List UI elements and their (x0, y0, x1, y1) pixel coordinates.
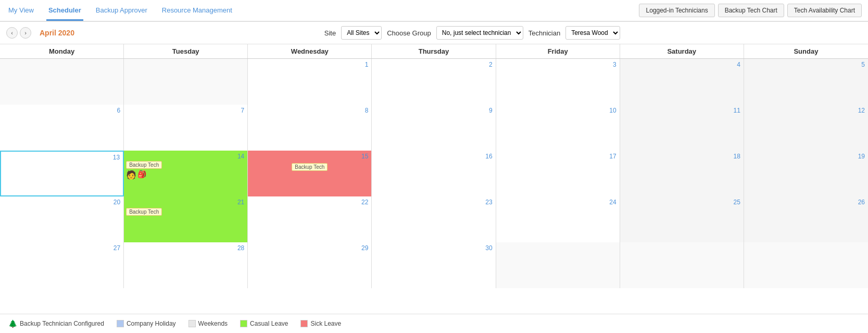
cell-apr-17[interactable]: 17 (496, 151, 620, 196)
col-friday: Friday (496, 44, 620, 58)
month-label: April 2020 (40, 29, 74, 37)
cell-empty-sun[interactable] (744, 242, 868, 288)
legend-company-holiday: Company Holiday (117, 320, 176, 327)
casual-leave-color (240, 320, 247, 327)
month-nav: ‹ › (6, 27, 31, 39)
backup-tag-14: Backup Tech (126, 161, 162, 169)
legend: 🌲 Backup Technician Configured Company H… (0, 314, 868, 333)
week-row-1: 1 2 3 4 5 (0, 59, 868, 105)
cell-apr-18[interactable]: 18 (620, 151, 744, 196)
cell-apr-27[interactable]: 27 (0, 242, 124, 288)
backup-tech-chart-button[interactable]: Backup Tech Chart (718, 4, 784, 17)
cell-apr-14[interactable]: 14 Backup Tech 🧑 🎒 (124, 151, 248, 196)
weekends-color (188, 320, 196, 327)
backup-tag-15: Backup Tech (292, 163, 328, 171)
cell-apr-4[interactable]: 4 (620, 59, 744, 105)
col-wednesday: Wednesday (248, 44, 372, 58)
cell-empty[interactable] (124, 59, 248, 105)
group-label: Choose Group (387, 29, 431, 37)
legend-backup-tech-label: Backup Technician Configured (20, 320, 104, 327)
sick-leave-color (300, 320, 308, 327)
logged-in-technicians-button[interactable]: Logged-in Technicians (639, 4, 714, 17)
legend-sick-leave-label: Sick Leave (310, 320, 341, 327)
next-month-button[interactable]: › (20, 27, 31, 39)
calendar-body: 1 2 3 4 5 6 7 8 9 10 11 12 13 14 Backup … (0, 59, 868, 314)
cell-apr-13[interactable]: 13 (0, 151, 124, 196)
cell-apr-21[interactable]: 21 Backup Tech (124, 196, 248, 242)
prev-month-button[interactable]: ‹ (6, 27, 18, 39)
cell-apr-3[interactable]: 3 (496, 59, 620, 105)
legend-weekends: Weekends (188, 320, 228, 327)
legend-backup-tech: 🌲 Backup Technician Configured (8, 319, 104, 328)
cell-apr-30[interactable]: 30 (372, 242, 496, 288)
cell-apr-20[interactable]: 20 (0, 196, 124, 242)
cell-apr-5[interactable]: 5 (744, 59, 868, 105)
week-row-3: 13 14 Backup Tech 🧑 🎒 15 Backup Tech 16 … (0, 151, 868, 196)
site-label: Site (324, 29, 336, 37)
cell-apr-10[interactable]: 10 (496, 105, 620, 151)
filter-controls: Site All Sites Choose Group No, just sel… (324, 26, 620, 40)
cell-apr-12[interactable]: 12 (744, 105, 868, 151)
cell-apr-7[interactable]: 7 (124, 105, 248, 151)
col-saturday: Saturday (620, 44, 744, 58)
cell-apr-9[interactable]: 9 (372, 105, 496, 151)
bag-icon-14: 🎒 (137, 170, 146, 180)
backup-tech-icon: 🌲 (8, 319, 17, 328)
week-row-4: 20 21 Backup Tech 22 23 24 25 26 (0, 196, 868, 242)
legend-weekends-label: Weekends (198, 320, 228, 327)
col-thursday: Thursday (372, 44, 496, 58)
backup-tag-21: Backup Tech (126, 208, 162, 216)
cell-apr-28[interactable]: 28 (124, 242, 248, 288)
week-row-2: 6 7 8 9 10 11 12 (0, 105, 868, 151)
cell-apr-11[interactable]: 11 (620, 105, 744, 151)
top-right-buttons: Logged-in Technicians Backup Tech Chart … (639, 4, 862, 17)
company-holiday-color (117, 320, 124, 327)
site-select[interactable]: All Sites (341, 26, 382, 40)
cell-apr-22[interactable]: 22 (248, 196, 372, 242)
sub-header: ‹ › April 2020 Site All Sites Choose Gro… (0, 22, 868, 44)
cell-apr-25[interactable]: 25 (620, 196, 744, 242)
technician-label: Technician (529, 29, 560, 37)
cell-apr-24[interactable]: 24 (496, 196, 620, 242)
cell-apr-8[interactable]: 8 (248, 105, 372, 151)
top-nav: My View Scheduler Backup Approver Resour… (0, 0, 868, 22)
legend-casual-leave-label: Casual Leave (250, 320, 288, 327)
cell-empty-end[interactable] (496, 242, 620, 288)
technician-select[interactable]: Teresa Wood (565, 26, 620, 40)
legend-company-holiday-label: Company Holiday (127, 320, 176, 327)
col-sunday: Sunday (744, 44, 868, 58)
cell-apr-16[interactable]: 16 (372, 151, 496, 196)
cell-apr-1[interactable]: 1 (248, 59, 372, 105)
legend-casual-leave: Casual Leave (240, 320, 288, 327)
group-select[interactable]: No, just select technician (436, 26, 523, 40)
tab-scheduler[interactable]: Scheduler (46, 1, 83, 21)
tab-myview[interactable]: My View (6, 1, 36, 21)
week-row-5: 27 28 29 30 (0, 242, 868, 288)
calendar-header: Monday Tuesday Wednesday Thursday Friday… (0, 44, 868, 59)
legend-sick-leave: Sick Leave (300, 320, 341, 327)
tab-resource-management[interactable]: Resource Management (160, 1, 234, 21)
col-monday: Monday (0, 44, 124, 58)
cell-apr-6[interactable]: 6 (0, 105, 124, 151)
cell-apr-2[interactable]: 2 (372, 59, 496, 105)
tech-availability-chart-button[interactable]: Tech Availability Chart (787, 4, 862, 17)
cell-apr-26[interactable]: 26 (744, 196, 868, 242)
main-content: ‹ › April 2020 Site All Sites Choose Gro… (0, 22, 868, 333)
cell-apr-29[interactable]: 29 (248, 242, 372, 288)
tab-backup-approver[interactable]: Backup Approver (94, 1, 149, 21)
cell-empty[interactable] (0, 59, 124, 105)
person-icon-14: 🧑 (126, 170, 136, 180)
cell-apr-15[interactable]: 15 Backup Tech (248, 151, 372, 196)
cell-empty-sat[interactable] (620, 242, 744, 288)
cell-apr-19[interactable]: 19 (744, 151, 868, 196)
col-tuesday: Tuesday (124, 44, 248, 58)
cell-apr-23[interactable]: 23 (372, 196, 496, 242)
